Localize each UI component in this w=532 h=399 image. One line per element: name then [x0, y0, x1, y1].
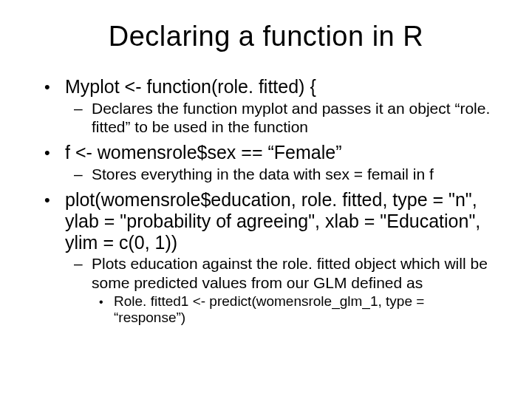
bullet-text: Declares the function myplot and passes …	[92, 99, 495, 136]
bullet-marker: •	[44, 76, 65, 96]
bullet-text: Myplot <- function(role. fitted) {	[65, 76, 495, 98]
bullet-text: f <- womensrole$sex == “Female”	[65, 142, 495, 163]
bullet-text: plot(womensrole$education, role. fitted,…	[65, 189, 495, 253]
bullet-level1: • plot(womensrole$education, role. fitte…	[44, 189, 495, 253]
bullet-level2: – Stores everything in the data with sex…	[74, 165, 495, 183]
bullet-level2: – Declares the function myplot and passe…	[74, 99, 495, 136]
bullet-level1: • f <- womensrole$sex == “Female”	[44, 142, 495, 163]
dash-marker: –	[74, 254, 92, 273]
bullet-text: Plots education against the role. fitted…	[92, 254, 495, 291]
bullet-text: Role. fitted1 <- predict(womensrole_glm_…	[114, 293, 495, 327]
bullet-marker: •	[99, 293, 114, 309]
bullet-marker: •	[44, 189, 65, 209]
bullet-level2: – Plots education against the role. fitt…	[74, 254, 495, 291]
bullet-level3: • Role. fitted1 <- predict(womensrole_gl…	[99, 293, 495, 327]
bullet-marker: •	[44, 142, 65, 162]
slide-title: Declaring a function in R	[37, 21, 495, 52]
dash-marker: –	[74, 99, 92, 117]
dash-marker: –	[74, 165, 92, 183]
slide-content: • Myplot <- function(role. fitted) { – D…	[37, 76, 495, 327]
bullet-level1: • Myplot <- function(role. fitted) {	[44, 76, 495, 98]
bullet-text: Stores everything in the data with sex =…	[92, 165, 495, 183]
